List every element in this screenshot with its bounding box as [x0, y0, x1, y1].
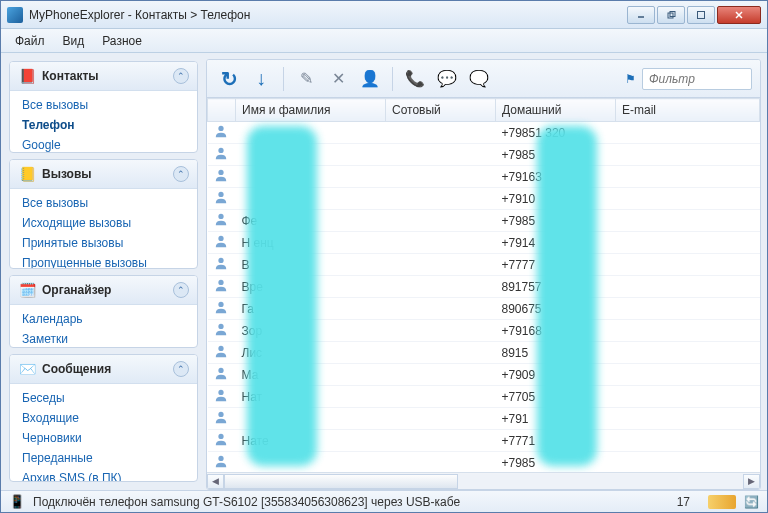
scroll-left-button[interactable]: ◀ — [207, 474, 224, 489]
person-icon — [214, 212, 230, 226]
table-row[interactable]: В+7777 — [208, 254, 760, 276]
app-window: MyPhoneExplorer - Контакты > Телефон Фай… — [0, 0, 768, 513]
col-email[interactable]: E-mail — [616, 99, 760, 122]
download-button[interactable]: ↓ — [247, 65, 275, 93]
add-contact-button[interactable]: 👤 — [356, 65, 384, 93]
cell-mobile — [386, 408, 496, 430]
nav-link[interactable]: Все вызовы — [10, 193, 197, 213]
nav-link[interactable]: Телефон — [10, 115, 197, 135]
table-row[interactable]: +79163 — [208, 166, 760, 188]
cell-mobile — [386, 430, 496, 452]
table-row[interactable]: Вре891757 — [208, 276, 760, 298]
nav-link[interactable]: Входящие — [10, 408, 197, 428]
table-row[interactable]: +7985 — [208, 452, 760, 473]
cell-name: Вре — [236, 276, 386, 298]
minimize-button[interactable] — [627, 6, 655, 24]
nav-link[interactable]: Заметки — [10, 329, 197, 348]
table-row[interactable]: +791 — [208, 408, 760, 430]
restore-button[interactable] — [657, 6, 685, 24]
table-row[interactable]: +7985 — [208, 144, 760, 166]
panel-body: КалендарьЗаметки — [10, 305, 197, 348]
col-home[interactable]: Домашний — [496, 99, 616, 122]
menu-view[interactable]: Вид — [55, 31, 93, 51]
horizontal-scrollbar[interactable]: ◀ ▶ — [207, 472, 760, 489]
collapse-icon[interactable]: ⌃ — [173, 282, 189, 298]
table-row[interactable]: Зор+79168 — [208, 320, 760, 342]
collapse-icon[interactable]: ⌃ — [173, 68, 189, 84]
table-row[interactable]: Н енц+7914 — [208, 232, 760, 254]
table-row[interactable]: +79851 320 — [208, 122, 760, 144]
person-icon — [214, 146, 230, 160]
cell-email — [616, 188, 760, 210]
nav-link[interactable]: Переданные — [10, 448, 197, 468]
collapse-icon[interactable]: ⌃ — [173, 361, 189, 377]
status-count: 17 — [667, 495, 700, 509]
table-row[interactable]: Ма+7909 — [208, 364, 760, 386]
cell-email — [616, 364, 760, 386]
col-icon[interactable] — [208, 99, 236, 122]
nav-link[interactable]: Календарь — [10, 309, 197, 329]
contacts-table: Имя и фамилия Сотовый Домашний E-mail +7… — [207, 98, 760, 472]
panel-body: Все вызовыТелефонGoogle — [10, 91, 197, 153]
col-name[interactable]: Имя и фамилия — [236, 99, 386, 122]
svg-point-9 — [218, 192, 223, 197]
row-icon-cell — [208, 364, 236, 386]
sidebar-panel: 📒Вызовы⌃Все вызовыИсходящие вызовыПринят… — [9, 159, 198, 269]
panel-header[interactable]: 📒Вызовы⌃ — [10, 160, 197, 189]
connection-icon: 📱 — [9, 494, 25, 509]
panel-icon: ✉️ — [18, 360, 36, 378]
delete-button[interactable]: ✕ — [324, 65, 352, 93]
col-mobile[interactable]: Сотовый — [386, 99, 496, 122]
menu-file[interactable]: Файл — [7, 31, 53, 51]
table-row[interactable]: +7910 — [208, 188, 760, 210]
cell-name: Га — [236, 298, 386, 320]
nav-link[interactable]: Архив SMS (в ПК) — [10, 468, 197, 482]
table-row[interactable]: Га890675 — [208, 298, 760, 320]
cell-home: +7910 — [496, 188, 616, 210]
edit-button[interactable]: ✎ — [292, 65, 320, 93]
table-row[interactable]: Фе+7985 — [208, 210, 760, 232]
scroll-track[interactable] — [224, 474, 743, 489]
row-icon-cell — [208, 408, 236, 430]
maximize-button[interactable] — [687, 6, 715, 24]
cell-home: +7705 — [496, 386, 616, 408]
scroll-right-button[interactable]: ▶ — [743, 474, 760, 489]
cell-home: 890675 — [496, 298, 616, 320]
sms-button[interactable]: 💬 — [433, 65, 461, 93]
table-row[interactable]: Нат+7705 — [208, 386, 760, 408]
nav-link[interactable]: Пропущенные вызовы — [10, 253, 197, 269]
panel-header[interactable]: ✉️Сообщения⌃ — [10, 355, 197, 384]
contacts-table-wrap[interactable]: Имя и фамилия Сотовый Домашний E-mail +7… — [207, 98, 760, 472]
cell-email — [616, 452, 760, 473]
nav-link[interactable]: Принятые вызовы — [10, 233, 197, 253]
svg-point-20 — [218, 434, 223, 439]
nav-link[interactable]: Беседы — [10, 388, 197, 408]
panel-header[interactable]: 📕Контакты⌃ — [10, 62, 197, 91]
nav-link[interactable]: Google — [10, 135, 197, 153]
cell-mobile — [386, 254, 496, 276]
cell-home: 8915 — [496, 342, 616, 364]
sidebar-panel: 📕Контакты⌃Все вызовыТелефонGoogle — [9, 61, 198, 153]
cell-email — [616, 342, 760, 364]
cell-mobile — [386, 210, 496, 232]
filter-input[interactable] — [642, 68, 752, 90]
svg-point-18 — [218, 390, 223, 395]
cell-name: Нат — [236, 386, 386, 408]
scroll-thumb[interactable] — [224, 474, 458, 489]
cell-mobile — [386, 452, 496, 473]
call-button[interactable]: 📞 — [401, 65, 429, 93]
close-button[interactable] — [717, 6, 761, 24]
menu-misc[interactable]: Разное — [94, 31, 150, 51]
chat-button[interactable]: 🗨️ — [465, 65, 493, 93]
nav-link[interactable]: Черновики — [10, 428, 197, 448]
nav-link[interactable]: Исходящие вызовы — [10, 213, 197, 233]
person-icon — [214, 278, 230, 292]
refresh-button[interactable]: ↻ — [215, 65, 243, 93]
nav-link[interactable]: Все вызовы — [10, 95, 197, 115]
table-row[interactable]: Нате+7771 — [208, 430, 760, 452]
cell-home: +79851 320 — [496, 122, 616, 144]
collapse-icon[interactable]: ⌃ — [173, 166, 189, 182]
cell-home: +79163 — [496, 166, 616, 188]
table-row[interactable]: Лис8915 — [208, 342, 760, 364]
panel-header[interactable]: 🗓️Органайзер⌃ — [10, 276, 197, 305]
